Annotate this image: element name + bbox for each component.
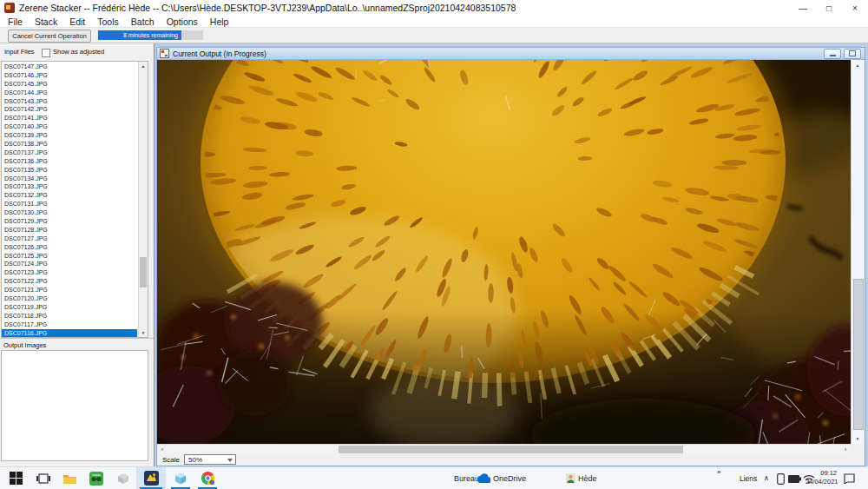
output-images-list	[1, 350, 148, 461]
viewer-bottom-bar: Scale 50%	[157, 454, 865, 466]
chevron-down-icon	[227, 459, 233, 462]
show-as-adjusted-checkbox[interactable]	[42, 49, 50, 57]
file-list-item[interactable]: DSC07139.JPG	[2, 131, 137, 140]
close-button[interactable]: ×	[842, 0, 868, 16]
battery-icon[interactable]	[788, 475, 801, 483]
file-list-item[interactable]: DSC07144.JPG	[2, 89, 137, 97]
menu-item-options[interactable]: Options	[161, 17, 204, 27]
file-list-item[interactable]: DSC07138.JPG	[2, 140, 137, 149]
file-list-item[interactable]: DSC07117.JPG	[2, 320, 137, 329]
open-box-icon	[116, 472, 130, 485]
menu-item-stack[interactable]: Stack	[29, 17, 63, 27]
scroll-up-icon[interactable]: ▲	[852, 63, 864, 68]
desktop-screen: Zerene Stacker -- Frédéric Hède -- C:\Us…	[0, 0, 868, 489]
file-list-item[interactable]: DSC07121.JPG	[2, 286, 137, 294]
start-button[interactable]	[3, 467, 28, 489]
viewer-horizontal-scrollbar[interactable]: ‹ ›	[157, 444, 851, 454]
scale-select[interactable]: 50%	[184, 454, 236, 465]
task-view-button[interactable]	[31, 467, 56, 489]
file-list-item[interactable]: DSC07129.JPG	[2, 217, 137, 226]
maximize-button[interactable]: □	[816, 0, 842, 16]
scroll-down-icon[interactable]: ▼	[852, 436, 864, 441]
file-list-item[interactable]: DSC07145.JPG	[2, 80, 137, 89]
file-list-item[interactable]: DSC07120.JPG	[2, 294, 137, 303]
output-images-header: Output Images	[0, 338, 154, 351]
menu-item-batch[interactable]: Batch	[125, 17, 161, 27]
menu-item-tools[interactable]: Tools	[91, 17, 125, 27]
file-list-item[interactable]: DSC07123.JPG	[2, 268, 137, 277]
liens-toolbar-label[interactable]: Liens	[740, 474, 757, 483]
menu-item-file[interactable]: File	[2, 17, 29, 27]
file-list-item[interactable]: DSC07140.JPG	[2, 122, 137, 131]
file-list-item[interactable]: DSC07126.JPG	[2, 243, 137, 252]
scroll-right-icon[interactable]: ›	[840, 445, 851, 454]
taskbar-clock[interactable]: 09:12 24/04/2021	[806, 469, 837, 488]
file-list-item[interactable]: DSC07134.JPG	[2, 175, 137, 183]
file-list-item[interactable]: DSC07137.JPG	[2, 149, 137, 157]
app-title-bar: Zerene Stacker -- Frédéric Hède -- C:\Us…	[0, 0, 868, 16]
file-list-item[interactable]: DSC07125.JPG	[2, 252, 137, 261]
current-output-window: Current Output (In Progress)	[156, 47, 865, 466]
image-document-icon	[160, 49, 169, 58]
binoculars-app-button[interactable]	[84, 467, 108, 489]
horizontal-scroll-thumb[interactable]	[339, 446, 683, 453]
scroll-left-icon[interactable]: ‹	[157, 445, 168, 454]
file-list-item[interactable]: DSC07141.JPG	[2, 114, 137, 122]
file-list-item[interactable]: DSC07147.JPG	[2, 63, 137, 71]
scroll-up-icon[interactable]: ▲	[139, 63, 148, 69]
zerene-stacker-taskbar-button[interactable]	[136, 467, 166, 489]
file-list-item[interactable]: DSC07133.JPG	[2, 182, 137, 191]
mdi-client-area: Current Output (In Progress)	[155, 43, 868, 466]
zerene-stacker-icon	[144, 471, 159, 486]
chrome-button[interactable]	[195, 467, 220, 489]
user-toolbar-label[interactable]: Hède	[578, 474, 597, 483]
progress-remaining-text: 8 minutes remaining	[98, 30, 203, 40]
file-list-item[interactable]: DSC07122.JPG	[2, 277, 137, 286]
folder-icon	[62, 472, 77, 485]
input-files-label: Input Files	[4, 48, 35, 56]
task-view-icon	[36, 472, 50, 485]
file-list-item[interactable]: DSC07119.JPG	[2, 303, 137, 312]
onedrive-cloud-icon[interactable]	[476, 473, 490, 484]
file-list-item[interactable]: DSC07128.JPG	[2, 226, 137, 235]
file-list-item[interactable]: DSC07146.JPG	[2, 71, 137, 80]
menu-bar: FileStackEditToolsBatchOptionsHelp	[0, 16, 868, 28]
viewer-minimize-button[interactable]	[824, 49, 841, 59]
cube-app-button[interactable]	[168, 467, 193, 489]
scale-value: 50%	[188, 456, 202, 464]
phone-icon[interactable]	[777, 473, 785, 485]
clock-date: 24/04/2021	[806, 478, 837, 486]
file-list-item[interactable]: DSC07135.JPG	[2, 166, 137, 175]
vertical-scroll-thumb[interactable]	[853, 279, 864, 430]
file-list-item[interactable]: DSC07132.JPG	[2, 191, 137, 200]
file-list-item[interactable]: DSC07127.JPG	[2, 235, 137, 243]
file-list-item[interactable]: DSC07136.JPG	[2, 157, 137, 166]
menu-item-help[interactable]: Help	[204, 17, 235, 27]
input-file-list: DSC07147.JPGDSC07146.JPGDSC07145.JPGDSC0…	[2, 63, 137, 338]
onedrive-toolbar-label[interactable]: OneDrive	[493, 474, 526, 483]
clock-time: 09:12	[806, 469, 837, 478]
file-list-scrollbar[interactable]: ▲ ▼	[138, 62, 148, 337]
cancel-operation-button[interactable]: Cancel Current Operation	[8, 30, 91, 43]
file-list-scroll-thumb[interactable]	[140, 257, 147, 287]
toolbar-overflow-chevron[interactable]: »	[717, 468, 720, 476]
file-list-item[interactable]: DSC07118.JPG	[2, 312, 137, 320]
current-output-image[interactable]	[157, 60, 851, 444]
viewer-vertical-scrollbar[interactable]: ▲ ▼	[851, 60, 864, 444]
file-list-item[interactable]: DSC07143.JPG	[2, 97, 137, 106]
viewer-maximize-button[interactable]	[844, 49, 861, 59]
hidden-icons-chevron[interactable]: ∧	[764, 474, 769, 482]
file-list-item[interactable]: DSC07142.JPG	[2, 105, 137, 114]
minimize-button[interactable]: —	[790, 0, 816, 16]
file-explorer-button[interactable]	[57, 467, 82, 489]
dropbox-app-button[interactable]	[111, 467, 135, 489]
file-list-item[interactable]: DSC07124.JPG	[2, 260, 137, 268]
file-list-item[interactable]: DSC07130.JPG	[2, 208, 137, 217]
action-center-icon[interactable]	[844, 473, 855, 484]
scroll-down-icon[interactable]: ▼	[139, 330, 148, 335]
viewer-title-bar[interactable]: Current Output (In Progress)	[157, 48, 865, 60]
file-list-item[interactable]: DSC07131.JPG	[2, 200, 137, 208]
menu-item-edit[interactable]: Edit	[63, 17, 91, 27]
progress-bar: 8 minutes remaining	[98, 30, 203, 40]
file-list-item[interactable]: DSC07116.JPG	[2, 329, 137, 338]
